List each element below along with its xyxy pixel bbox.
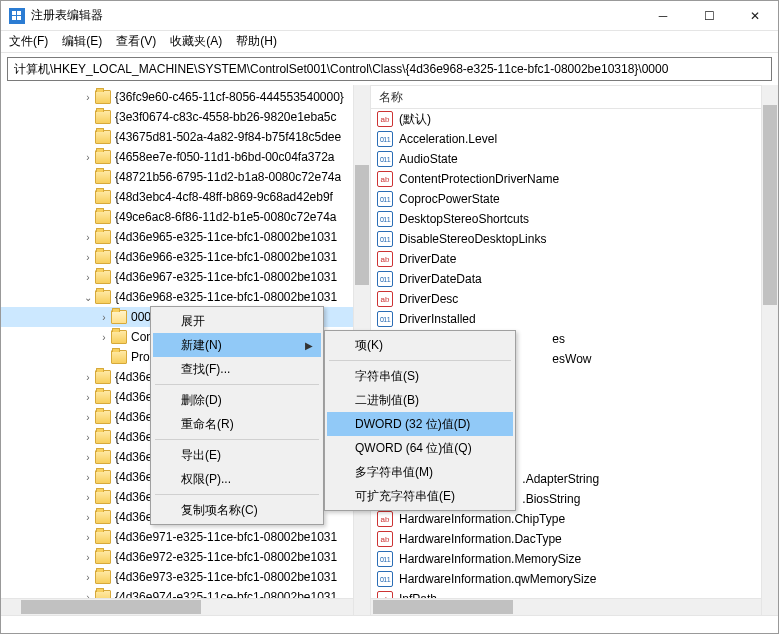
expand-twisty[interactable]: › bbox=[81, 152, 95, 163]
ctx-new-dword[interactable]: DWORD (32 位)值(D) bbox=[327, 412, 513, 436]
ctx-new-multistring[interactable]: 多字符串值(M) bbox=[327, 460, 513, 484]
tree-row[interactable]: ›{4d36e966-e325-11ce-bfc1-08002be1031 bbox=[1, 247, 370, 267]
ctx-new[interactable]: 新建(N)▶ bbox=[153, 333, 321, 357]
folder-icon bbox=[111, 350, 127, 364]
value-row[interactable]: 011HardwareInformation.MemorySize bbox=[371, 549, 778, 569]
value-row[interactable]: abDriverDate bbox=[371, 249, 778, 269]
value-row[interactable]: 011CoprocPowerState bbox=[371, 189, 778, 209]
ctx-new-label: 新建(N) bbox=[181, 337, 222, 354]
expand-twisty[interactable]: › bbox=[81, 572, 95, 583]
tree-row[interactable]: {49ce6ac8-6f86-11d2-b1e5-0080c72e74a bbox=[1, 207, 370, 227]
tree-horizontal-scrollbar[interactable] bbox=[1, 598, 353, 615]
expand-twisty[interactable]: › bbox=[81, 92, 95, 103]
expand-twisty[interactable]: › bbox=[81, 392, 95, 403]
tree-row[interactable]: ›{36fc9e60-c465-11cf-8056-444553540000} bbox=[1, 87, 370, 107]
folder-icon bbox=[95, 430, 111, 444]
minimize-button[interactable]: ─ bbox=[640, 1, 686, 31]
expand-twisty[interactable]: › bbox=[97, 332, 111, 343]
tree-row[interactable]: ⌄{4d36e968-e325-11ce-bfc1-08002be1031 bbox=[1, 287, 370, 307]
binary-value-icon: 011 bbox=[377, 191, 393, 207]
ctx-new-binary[interactable]: 二进制值(B) bbox=[327, 388, 513, 412]
expand-twisty[interactable]: ⌄ bbox=[81, 292, 95, 303]
expand-twisty[interactable]: › bbox=[81, 252, 95, 263]
svg-rect-3 bbox=[17, 16, 21, 20]
expand-twisty[interactable]: › bbox=[97, 312, 111, 323]
string-value-icon: ab bbox=[377, 531, 393, 547]
column-header-name[interactable]: 名称 bbox=[371, 85, 778, 109]
menu-view[interactable]: 查看(V) bbox=[116, 33, 156, 50]
value-row[interactable]: 011DisableStereoDesktopLinks bbox=[371, 229, 778, 249]
value-row[interactable]: abHardwareInformation.DacType bbox=[371, 529, 778, 549]
value-row[interactable]: 011DriverDateData bbox=[371, 269, 778, 289]
value-name: DriverDesc bbox=[399, 292, 458, 306]
value-row[interactable]: 011Acceleration.Level bbox=[371, 129, 778, 149]
value-row[interactable]: abDriverDesc bbox=[371, 289, 778, 309]
value-row[interactable]: 011HardwareInformation.qwMemorySize bbox=[371, 569, 778, 589]
ctx-permissions[interactable]: 权限(P)... bbox=[153, 467, 321, 491]
expand-twisty[interactable]: › bbox=[81, 272, 95, 283]
tree-label: {4d36e bbox=[115, 490, 152, 504]
value-name: ContentProtectionDriverName bbox=[399, 172, 559, 186]
folder-icon bbox=[95, 530, 111, 544]
address-bar[interactable]: 计算机\HKEY_LOCAL_MACHINE\SYSTEM\ControlSet… bbox=[7, 57, 772, 81]
binary-value-icon: 011 bbox=[377, 231, 393, 247]
ctx-rename[interactable]: 重命名(R) bbox=[153, 412, 321, 436]
ctx-new-expandstring[interactable]: 可扩充字符串值(E) bbox=[327, 484, 513, 508]
folder-open-icon bbox=[111, 310, 127, 324]
expand-twisty[interactable]: › bbox=[81, 372, 95, 383]
close-button[interactable]: ✕ bbox=[732, 1, 778, 31]
folder-icon bbox=[95, 370, 111, 384]
ctx-new-qword[interactable]: QWORD (64 位)值(Q) bbox=[327, 436, 513, 460]
expand-twisty[interactable]: › bbox=[81, 432, 95, 443]
maximize-button[interactable]: ☐ bbox=[686, 1, 732, 31]
tree-row[interactable]: ›{4d36e972-e325-11ce-bfc1-08002be1031 bbox=[1, 547, 370, 567]
expand-twisty[interactable]: › bbox=[81, 492, 95, 503]
tree-row[interactable]: ›{4d36e965-e325-11ce-bfc1-08002be1031 bbox=[1, 227, 370, 247]
menu-help[interactable]: 帮助(H) bbox=[236, 33, 277, 50]
tree-row[interactable]: ›{4d36e971-e325-11ce-bfc1-08002be1031 bbox=[1, 527, 370, 547]
value-name: DesktopStereoShortcuts bbox=[399, 212, 529, 226]
value-row[interactable]: 011AudioState bbox=[371, 149, 778, 169]
list-horizontal-scrollbar[interactable] bbox=[371, 598, 761, 615]
tree-row[interactable]: ›{4658ee7e-f050-11d1-b6bd-00c04fa372a bbox=[1, 147, 370, 167]
expand-twisty[interactable]: › bbox=[81, 512, 95, 523]
tree-label: {4d36e968-e325-11ce-bfc1-08002be1031 bbox=[115, 290, 337, 304]
list-vertical-scrollbar[interactable] bbox=[761, 85, 778, 615]
tree-label: {48721b56-6795-11d2-b1a8-0080c72e74a bbox=[115, 170, 341, 184]
tree-row[interactable]: ›{4d36e973-e325-11ce-bfc1-08002be1031 bbox=[1, 567, 370, 587]
ctx-new-key[interactable]: 项(K) bbox=[327, 333, 513, 357]
expand-twisty[interactable]: › bbox=[81, 452, 95, 463]
tree-row[interactable]: ›{4d36e967-e325-11ce-bfc1-08002be1031 bbox=[1, 267, 370, 287]
value-row[interactable]: abHardwareInformation.ChipType bbox=[371, 509, 778, 529]
tree-row[interactable]: {43675d81-502a-4a82-9f84-b75f418c5dee bbox=[1, 127, 370, 147]
value-row[interactable]: 011DriverInstalled bbox=[371, 309, 778, 329]
menu-edit[interactable]: 编辑(E) bbox=[62, 33, 102, 50]
ctx-expand[interactable]: 展开 bbox=[153, 309, 321, 333]
ctx-find[interactable]: 查找(F)... bbox=[153, 357, 321, 381]
value-name: HardwareInformation.MemorySize bbox=[399, 552, 581, 566]
menu-file[interactable]: 文件(F) bbox=[9, 33, 48, 50]
value-row[interactable]: abContentProtectionDriverName bbox=[371, 169, 778, 189]
binary-value-icon: 011 bbox=[377, 311, 393, 327]
ctx-delete[interactable]: 删除(D) bbox=[153, 388, 321, 412]
folder-icon bbox=[95, 550, 111, 564]
tree-row[interactable]: {48721b56-6795-11d2-b1a8-0080c72e74a bbox=[1, 167, 370, 187]
tree-row[interactable]: {48d3ebc4-4cf8-48ff-b869-9c68ad42eb9f bbox=[1, 187, 370, 207]
expand-twisty[interactable]: › bbox=[81, 552, 95, 563]
expand-twisty[interactable]: › bbox=[81, 412, 95, 423]
tree-label: {43675d81-502a-4a82-9f84-b75f418c5dee bbox=[115, 130, 341, 144]
value-row[interactable]: 011DesktopStereoShortcuts bbox=[371, 209, 778, 229]
ctx-export[interactable]: 导出(E) bbox=[153, 443, 321, 467]
value-name: DriverDateData bbox=[399, 272, 482, 286]
expand-twisty[interactable]: › bbox=[81, 232, 95, 243]
tree-label: {4d36e973-e325-11ce-bfc1-08002be1031 bbox=[115, 570, 337, 584]
expand-twisty[interactable]: › bbox=[81, 472, 95, 483]
ctx-new-string[interactable]: 字符串值(S) bbox=[327, 364, 513, 388]
tree-row[interactable]: {3e3f0674-c83c-4558-bb26-9820e1eba5c bbox=[1, 107, 370, 127]
ctx-copy-key-name[interactable]: 复制项名称(C) bbox=[153, 498, 321, 522]
value-row[interactable]: ab(默认) bbox=[371, 109, 778, 129]
new-submenu: 项(K) 字符串值(S) 二进制值(B) DWORD (32 位)值(D) QW… bbox=[324, 330, 516, 511]
expand-twisty[interactable]: › bbox=[81, 532, 95, 543]
tree-label: {4d36e bbox=[115, 410, 152, 424]
menu-favorites[interactable]: 收藏夹(A) bbox=[170, 33, 222, 50]
